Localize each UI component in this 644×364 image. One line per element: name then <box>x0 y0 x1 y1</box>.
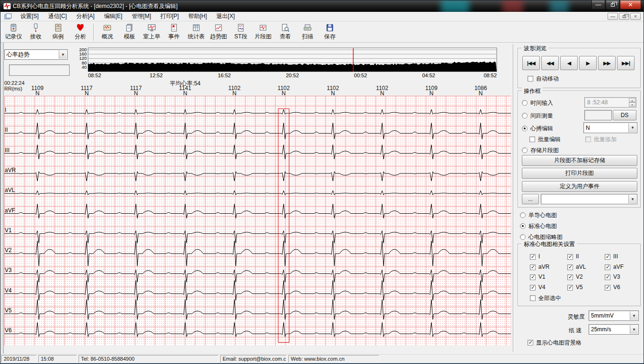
ecg-trace-II <box>4 123 511 139</box>
time-input-radio[interactable] <box>522 100 528 106</box>
toolbar-button-扫描[interactable]: 扫描 <box>296 23 319 42</box>
hr-trend-chart[interactable]: 200160120804008:5212:5216:5220:5200:5204… <box>76 46 500 80</box>
toolbar-button-概况[interactable]: 概况 <box>96 23 118 42</box>
scan-icon <box>303 23 312 32</box>
status-web: Web: www.biox.com.cn <box>288 355 379 363</box>
chevron-down-icon[interactable]: ▼ <box>630 311 638 320</box>
standard-ecg-radio[interactable] <box>520 223 526 229</box>
toolbar-button-ST段[interactable]: STST段 <box>230 23 252 42</box>
nav-back-button[interactable]: ◀ <box>560 56 578 70</box>
lead-label-V5: V5 <box>5 307 12 314</box>
batch-edit-label: 批量编辑 <box>538 136 561 144</box>
beat-edit-label: 心搏编辑 <box>530 125 553 133</box>
menu-item-7[interactable]: 帮助[H] <box>184 11 212 21</box>
lead-checkbox-label-V6: V6 <box>613 284 620 291</box>
chevron-down-icon[interactable]: ▼ <box>59 50 67 59</box>
spin-up-icon[interactable]: ▲ <box>629 98 635 102</box>
toolbar-button-保存[interactable]: 保存 <box>319 23 341 42</box>
beat-type-select[interactable]: N ▼ <box>583 122 637 133</box>
trend-note-box[interactable] <box>9 64 70 76</box>
print-segment-button[interactable]: 打印片段图 <box>522 168 637 179</box>
selected-beat-box[interactable] <box>278 109 289 343</box>
lead-checkbox-I[interactable] <box>530 254 536 260</box>
lead-checkbox-aVF[interactable] <box>605 264 610 270</box>
lead-checkbox-V3[interactable] <box>605 274 610 280</box>
ecg-time: 00:22:24 <box>4 80 25 86</box>
nav-fast-forward-button[interactable]: ▶▶ <box>598 56 616 70</box>
ecg-trace-V4 <box>4 281 511 300</box>
toolbar-button-片段图[interactable]: 片段图 <box>252 23 274 42</box>
ds-button[interactable]: DS <box>613 110 636 120</box>
system-menu-icon[interactable] <box>4 13 12 20</box>
lead-checkbox-II[interactable] <box>567 254 573 260</box>
left-splitter[interactable] <box>0 43 4 354</box>
menu-item-2[interactable]: 通信[C] <box>44 11 72 21</box>
more-button[interactable]: ... <box>522 194 539 204</box>
beat-edit-radio[interactable] <box>522 126 528 131</box>
distance-measure-radio[interactable] <box>522 113 528 118</box>
save-segment-radio[interactable] <box>522 147 528 153</box>
lead-checkbox-V4[interactable] <box>530 285 536 291</box>
thumbnail-ecg-radio[interactable] <box>520 234 526 240</box>
toolbar-button-室上早[interactable]: 室上早 <box>141 23 163 42</box>
lead-checkbox-aVR[interactable] <box>530 264 536 270</box>
lead-checkbox-V5[interactable] <box>567 285 573 291</box>
time-input-spinner[interactable]: 8 :52:48 ▲▼ <box>584 97 636 108</box>
lead-checkbox-label-V4: V4 <box>538 284 546 291</box>
define-user-event-button[interactable]: 定义为用户事件 <box>522 181 637 192</box>
toolbar-button-统计表[interactable]: 统计表 <box>185 23 207 42</box>
toolbar-button-事件[interactable]: 事件 <box>163 23 185 42</box>
restore-button[interactable] <box>606 0 619 9</box>
toolbar-button-分析[interactable]: 分析 <box>69 23 91 42</box>
lead-checkbox-V2[interactable] <box>567 274 573 280</box>
beat-type-value: N <box>586 125 590 131</box>
nav-last-button[interactable]: ▶▶| <box>617 56 635 70</box>
batch-add-label: 批量添加 <box>594 136 617 144</box>
trend-type-select[interactable]: 心率趋势 ▼ <box>4 49 68 60</box>
toolbar-button-模板[interactable]: 模板 <box>118 23 141 42</box>
mdi-minimize-button[interactable]: — <box>608 13 618 20</box>
lead-checkbox-aVL[interactable] <box>567 264 573 270</box>
close-button[interactable]: ✕ <box>620 0 641 9</box>
user-event-select[interactable]: ▼ <box>541 194 637 204</box>
toolbar-button-记录仪[interactable]: 记录仪 <box>2 23 25 42</box>
select-all-checkbox[interactable] <box>530 295 536 301</box>
menu-item-4[interactable]: 编辑[E] <box>99 11 127 21</box>
distance-value-box[interactable] <box>584 110 612 120</box>
batch-edit-checkbox[interactable] <box>529 136 535 142</box>
lead-checkbox-III[interactable] <box>605 254 610 260</box>
nav-fast-back-button[interactable]: ◀◀ <box>541 56 559 70</box>
menu-item-8[interactable]: 退出[X] <box>212 11 240 21</box>
menu-item-3[interactable]: 分析[A] <box>72 11 99 21</box>
chevron-down-icon[interactable]: ▼ <box>630 325 638 334</box>
menu-item-5[interactable]: 管理[M] <box>127 11 156 21</box>
mdi-close-button[interactable]: × <box>630 13 641 20</box>
menu-item-6[interactable]: 打印[P] <box>156 11 184 21</box>
save-segment-nomark-button[interactable]: 片段图不加标记存储 <box>522 155 637 166</box>
spinner-buttons[interactable]: ▲▼ <box>629 98 635 107</box>
single-lead-radio[interactable] <box>520 212 526 218</box>
menu-item-1[interactable]: 设置[S] <box>16 11 44 21</box>
nav-forward-button[interactable]: ▶ <box>579 56 597 70</box>
lead-checkbox-V6[interactable] <box>605 285 610 291</box>
toolbar-button-查看[interactable]: 查看 <box>274 23 296 42</box>
toolbar-button-接收[interactable]: 接收 <box>25 23 47 42</box>
mdi-restore-button[interactable] <box>619 13 629 20</box>
sensitivity-select[interactable]: 5mm/mV ▼ <box>589 310 639 321</box>
chevron-down-icon[interactable]: ▼ <box>628 195 636 203</box>
nav-first-button[interactable]: |◀◀ <box>522 56 540 70</box>
chevron-down-icon[interactable]: ▼ <box>628 123 636 132</box>
ecg-trace-aVF <box>4 204 511 218</box>
paper-speed-label: 纸 速 <box>569 327 581 335</box>
ecg-grid[interactable]: IIIIIIaVRaVLaVFV1V2V3V4V5V6 <box>4 96 511 346</box>
toolbar-button-病例[interactable]: 病例 <box>47 23 69 42</box>
lead-checkbox-V1[interactable] <box>530 274 536 280</box>
paper-speed-select[interactable]: 25mm/s ▼ <box>589 324 639 335</box>
minimize-button[interactable]: — <box>591 0 605 9</box>
toolbar-button-趋势图[interactable]: 趋势图 <box>207 23 230 42</box>
batch-add-checkbox <box>585 136 591 142</box>
auto-move-checkbox[interactable] <box>528 76 533 82</box>
show-grid-label: 显示心电图背景格 <box>536 339 581 347</box>
show-grid-checkbox[interactable] <box>528 340 533 346</box>
spin-down-icon[interactable]: ▼ <box>629 102 635 107</box>
